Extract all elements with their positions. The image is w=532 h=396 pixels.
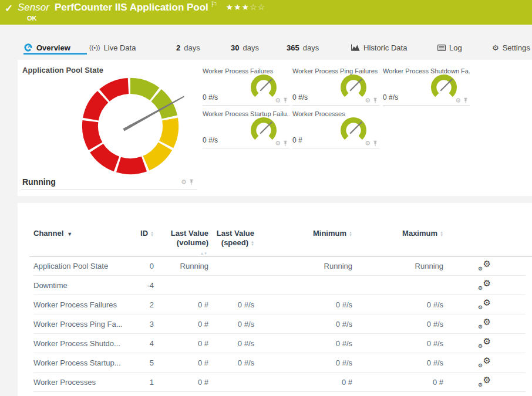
gauge-settings-gear-icon[interactable]: ⚙ bbox=[181, 179, 187, 185]
tab-label: Settings bbox=[503, 43, 530, 52]
last-value-speed: 0 #/s bbox=[208, 339, 254, 348]
last-value-volume: 0 # bbox=[154, 320, 208, 329]
priority-stars[interactable]: ★★★☆☆ bbox=[225, 2, 265, 12]
tab-settings[interactable]: ⚙ Settings bbox=[492, 42, 530, 53]
mini-gauge bbox=[250, 116, 278, 144]
sort-icon: ▲▼ bbox=[440, 231, 443, 237]
channel-settings-gears-icon[interactable]: ⚙⚙ bbox=[478, 376, 491, 386]
ok-check-icon: ✓ bbox=[5, 2, 13, 15]
channel-id: 4 bbox=[133, 339, 154, 348]
table-row: Application Pool State 0 Running Running… bbox=[33, 256, 526, 276]
object-kind-label: Sensor bbox=[18, 2, 49, 13]
table-header-row: Channel▼ ID▲▼ Last Value (volume) ▲▼ Las… bbox=[33, 224, 526, 256]
mini-gauge-tile: Worker Process Failures 0 #/s ⚙ bbox=[203, 67, 289, 106]
tab-log[interactable]: Log bbox=[437, 42, 462, 53]
flag-icon[interactable]: ⚐ bbox=[211, 0, 218, 9]
log-icon bbox=[437, 45, 446, 51]
tab-label: Historic Data bbox=[363, 43, 407, 52]
mini-gauge-tile: Worker Process Shutdown Fa... 0 #/s ⚙ bbox=[383, 67, 470, 106]
channel-name: Worker Process Startup... bbox=[33, 358, 133, 367]
channel-settings-gears-icon[interactable]: ⚙⚙ bbox=[478, 318, 491, 328]
mini-gauge-value: 0 #/s bbox=[203, 93, 218, 101]
tab-label: Log bbox=[449, 43, 462, 52]
tab-overview[interactable]: Overview bbox=[23, 42, 70, 53]
column-header-last-value-speed[interactable]: Last Value (speed)▲▼ bbox=[208, 224, 254, 248]
channel-settings-gears-icon[interactable]: ⚙⚙ bbox=[478, 260, 491, 270]
channel-name: Worker Processes bbox=[33, 378, 133, 387]
last-value-speed: 0 #/s bbox=[208, 300, 254, 309]
maximum-value: 0 #/s bbox=[352, 339, 443, 348]
tab-2-days[interactable]: 2 days bbox=[176, 42, 200, 53]
channel-settings-gears-icon[interactable]: ⚙⚙ bbox=[478, 299, 491, 309]
gauge-settings-gear-icon[interactable]: ⚙ bbox=[365, 140, 371, 147]
tab-historic-data[interactable]: Historic Data bbox=[351, 42, 407, 53]
maximum-value: 0 #/s bbox=[352, 320, 443, 329]
mini-gauge-tile: Worker Processes 0 # ⚙ bbox=[292, 110, 379, 148]
mini-gauge-tile: Worker Process Ping Failures 0 #/s ⚙ bbox=[292, 67, 379, 106]
broadcast-icon: ((•)) bbox=[89, 44, 100, 51]
tab-number: 2 bbox=[176, 43, 180, 52]
gauge-needle bbox=[350, 122, 362, 134]
maximum-value: 0 #/s bbox=[352, 358, 443, 367]
active-tab-underline bbox=[23, 53, 87, 55]
channel-id: 2 bbox=[133, 300, 154, 309]
column-header-last-value-volume[interactable]: Last Value (volume) ▲▼ bbox=[154, 224, 208, 257]
tab-30-days[interactable]: 30 days bbox=[231, 42, 259, 53]
channel-id: 0 bbox=[133, 262, 154, 270]
gear-icon: ⚙ bbox=[492, 43, 499, 52]
pin-icon[interactable] bbox=[373, 97, 378, 104]
pin-icon[interactable] bbox=[283, 97, 288, 104]
gauge-needle bbox=[260, 79, 272, 91]
table-row: Worker Process Startup... 5 0 # 0 #/s 0 … bbox=[33, 353, 526, 373]
tab-label: days bbox=[243, 43, 258, 52]
tab-label: Live Data bbox=[104, 43, 136, 52]
column-header-minimum[interactable]: Minimum▲▼ bbox=[254, 224, 352, 238]
column-header-id[interactable]: ID▲▼ bbox=[133, 224, 154, 238]
tile-divider bbox=[21, 189, 197, 189]
table-row: Downtime -4 ⚙⚙ bbox=[33, 276, 526, 295]
table-row: Worker Process Shutdo... 4 0 # 0 #/s 0 #… bbox=[33, 334, 526, 353]
tab-label: days bbox=[303, 43, 319, 52]
status-badge: OK bbox=[27, 15, 37, 22]
gauge-needle bbox=[350, 79, 362, 91]
table-row: Worker Processes 1 0 # 0 # 0 # ⚙⚙ bbox=[33, 373, 526, 392]
channel-rows: Application Pool State 0 Running Running… bbox=[33, 256, 526, 392]
minimum-value: 0 #/s bbox=[254, 300, 352, 309]
pin-icon[interactable] bbox=[463, 97, 468, 104]
stars-empty: ☆☆ bbox=[250, 2, 265, 12]
pin-icon[interactable] bbox=[283, 140, 288, 147]
last-value-volume: Running bbox=[154, 262, 208, 270]
last-value-volume: 0 # bbox=[154, 358, 208, 367]
pin-icon[interactable] bbox=[373, 140, 378, 147]
gauge-settings-gear-icon[interactable]: ⚙ bbox=[275, 97, 281, 104]
gauge-settings-gear-icon[interactable]: ⚙ bbox=[275, 140, 281, 147]
minimum-value: 0 # bbox=[254, 378, 352, 387]
mini-gauge-value: 0 #/s bbox=[383, 93, 398, 101]
channel-id: 1 bbox=[133, 378, 154, 387]
channel-settings-gears-icon[interactable]: ⚙⚙ bbox=[478, 357, 491, 367]
minimum-value: Running bbox=[254, 262, 352, 270]
pin-icon[interactable] bbox=[189, 179, 194, 185]
column-header-maximum[interactable]: Maximum▲▼ bbox=[352, 224, 443, 238]
gauge-needle bbox=[260, 122, 272, 134]
minimum-value: 0 #/s bbox=[254, 358, 352, 367]
table-row: Worker Process Failures 2 0 # 0 #/s 0 #/… bbox=[33, 295, 526, 314]
column-header-channel[interactable]: Channel▼ bbox=[33, 224, 133, 239]
gauge-icon bbox=[23, 43, 33, 52]
channel-name: Worker Process Failures bbox=[33, 300, 133, 309]
channel-id: 5 bbox=[133, 358, 154, 367]
gauge-settings-gear-icon[interactable]: ⚙ bbox=[455, 97, 461, 104]
mini-gauge bbox=[339, 73, 368, 101]
channel-settings-gears-icon[interactable]: ⚙⚙ bbox=[478, 279, 491, 289]
last-value-volume: 0 # bbox=[154, 300, 208, 309]
minimum-value: 0 #/s bbox=[254, 339, 352, 348]
tab-live-data[interactable]: ((•)) Live Data bbox=[89, 42, 136, 53]
gauge-settings-gear-icon[interactable]: ⚙ bbox=[365, 97, 371, 104]
stars-filled: ★★★ bbox=[225, 2, 250, 12]
tab-365-days[interactable]: 365 days bbox=[287, 42, 319, 53]
tab-label: days bbox=[184, 43, 200, 52]
channel-settings-gears-icon[interactable]: ⚙⚙ bbox=[478, 337, 491, 347]
table-row: Worker Process Ping Fa... 3 0 # 0 #/s 0 … bbox=[33, 314, 526, 334]
page-title: PerfCounter IIS Application Pool bbox=[55, 2, 208, 13]
channel-name: Downtime bbox=[33, 281, 133, 290]
